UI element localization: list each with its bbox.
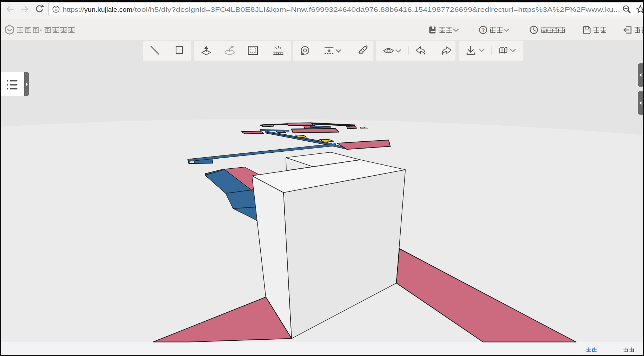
svg-text:https://: https:// xyxy=(63,6,84,13)
svg-text:?: ? xyxy=(481,27,485,33)
svg-text:/tool/h5/diy?designid=3FO4LB0E: /tool/h5/diy?designid=3FO4LB0E8JLI&kpm=N… xyxy=(132,6,620,13)
svg-text:yun.kujiale.com: yun.kujiale.com xyxy=(84,6,132,13)
